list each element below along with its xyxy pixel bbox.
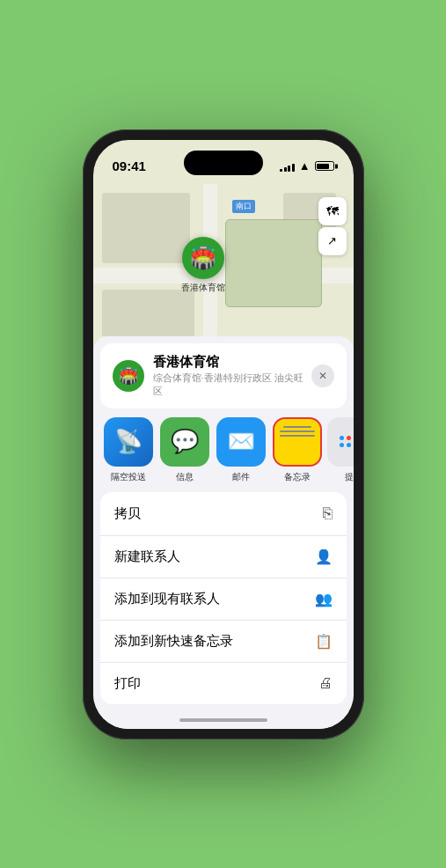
copy-icon: ⎘ <box>323 504 333 523</box>
more-label: 提 <box>345 471 354 483</box>
pin-circle: 🏟️ <box>182 237 224 279</box>
map-block-center <box>225 219 322 307</box>
location-subtitle: 综合体育馆·香港特别行政区 油尖旺区 <box>153 371 311 398</box>
phone-screen: 09:41 ▲ <box>93 140 354 729</box>
messages-label: 信息 <box>176 471 194 483</box>
notes-line-1 <box>283 426 311 428</box>
notes-label: 备忘录 <box>284 471 311 483</box>
mail-emoji: ✉️ <box>227 428 255 455</box>
action-list: 拷贝 ⎘ 新建联系人 👤 添加到现有联系人 👥 添加到新快速备忘录 📋 打印 <box>100 492 347 704</box>
mail-label: 邮件 <box>232 471 250 483</box>
messages-emoji: 💬 <box>171 428 199 455</box>
phone-frame: 09:41 ▲ <box>83 129 364 739</box>
more-dots-row-1 <box>340 436 354 440</box>
add-notes-label: 添加到新快速备忘录 <box>114 633 233 650</box>
location-button[interactable]: ↗ <box>318 227 347 255</box>
new-contact-label: 新建联系人 <box>114 548 180 565</box>
airdrop-icon: 📡 <box>104 417 153 467</box>
messages-icon: 💬 <box>160 417 209 467</box>
airdrop-label: 隔空投送 <box>111 471 146 483</box>
pin-stadium-icon: 🏟️ <box>190 246 216 270</box>
notes-line-3 <box>280 435 315 437</box>
map-block-1 <box>102 193 190 263</box>
action-add-existing[interactable]: 添加到现有联系人 👥 <box>100 578 347 621</box>
map-type-button[interactable]: 🗺 <box>318 197 347 225</box>
status-icons: ▲ <box>280 159 333 173</box>
dot-4 <box>340 443 344 447</box>
map-controls: 🗺 ↗ <box>318 197 347 255</box>
notes-line-2 <box>280 430 315 432</box>
home-indicator <box>93 711 354 729</box>
add-existing-icon: 👥 <box>315 591 333 607</box>
mail-icon: ✉️ <box>216 417 266 467</box>
home-bar <box>179 718 267 722</box>
map-area[interactable]: 南口 🏟️ 香港体育馆 🗺 ↗ <box>93 184 354 336</box>
notes-icon <box>273 417 322 467</box>
new-contact-icon: 👤 <box>315 548 333 565</box>
action-copy[interactable]: 拷贝 ⎘ <box>100 492 347 536</box>
share-item-mail[interactable]: ✉️ 邮件 <box>215 417 267 483</box>
more-icon <box>327 417 354 467</box>
share-item-notes[interactable]: 备忘录 <box>271 417 324 483</box>
action-print[interactable]: 打印 🖨 <box>100 663 347 704</box>
battery-fill <box>317 164 329 169</box>
location-name: 香港体育馆 <box>153 354 311 371</box>
stadium-pin: 🏟️ 香港体育馆 <box>181 237 225 294</box>
action-new-contact[interactable]: 新建联系人 👤 <box>100 536 347 578</box>
map-type-icon: 🗺 <box>326 204 339 218</box>
map-area-label: 南口 <box>232 200 255 213</box>
pin-label: 香港体育馆 <box>181 282 225 294</box>
signal-bar-2 <box>284 167 287 172</box>
location-icon: ↗ <box>327 234 337 247</box>
share-item-airdrop[interactable]: 📡 隔空投送 <box>102 417 155 483</box>
location-info: 香港体育馆 综合体育馆·香港特别行政区 油尖旺区 <box>153 354 311 398</box>
airdrop-emoji: 📡 <box>114 428 143 455</box>
battery-icon <box>315 161 334 171</box>
signal-bars-icon <box>280 161 295 172</box>
print-icon: 🖨 <box>318 675 333 691</box>
more-dots-row-2 <box>340 443 354 447</box>
add-notes-icon: 📋 <box>315 633 333 650</box>
action-add-notes[interactable]: 添加到新快速备忘录 📋 <box>100 621 347 663</box>
print-label: 打印 <box>114 675 141 692</box>
dot-5 <box>347 443 351 447</box>
dot-2 <box>347 436 351 440</box>
dynamic-island <box>184 151 263 175</box>
map-block-3 <box>102 290 194 336</box>
share-item-more[interactable]: 提 <box>327 417 354 483</box>
wifi-icon: ▲ <box>299 159 311 173</box>
copy-label: 拷贝 <box>114 505 141 522</box>
status-time: 09:41 <box>113 158 146 173</box>
signal-bar-1 <box>280 169 282 172</box>
bottom-sheet: 🏟️ 香港体育馆 综合体育馆·香港特别行政区 油尖旺区 ✕ 📡 隔空投送 <box>93 336 354 729</box>
dot-1 <box>340 436 344 440</box>
close-button[interactable]: ✕ <box>311 364 334 387</box>
location-venue-icon: 🏟️ <box>113 360 144 392</box>
signal-bar-3 <box>288 166 290 172</box>
signal-bar-4 <box>292 164 295 172</box>
share-item-messages[interactable]: 💬 信息 <box>158 417 211 483</box>
add-existing-label: 添加到现有联系人 <box>114 591 220 607</box>
share-row: 📡 隔空投送 💬 信息 ✉️ 邮件 <box>93 408 354 489</box>
location-card: 🏟️ 香港体育馆 综合体育馆·香港特别行政区 油尖旺区 ✕ <box>100 343 347 408</box>
